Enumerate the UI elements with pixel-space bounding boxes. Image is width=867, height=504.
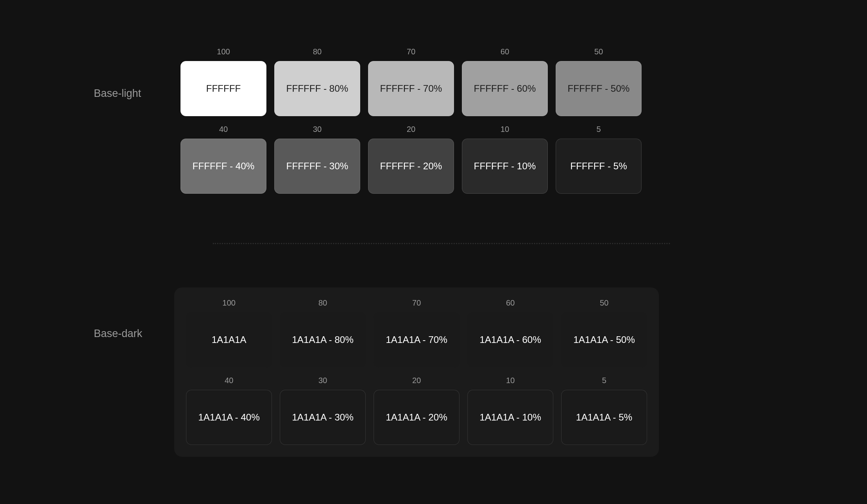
dark-swatches-container: 100 1A1A1A 80 1A1A1A - 80% 70 1A1A1A - 7… [186, 298, 647, 445]
swatch-number: 10 [500, 125, 509, 134]
swatch-group: 80 FFFFFF - 80% [274, 47, 360, 116]
color-swatch-light-10: FFFFFF - 10% [462, 139, 548, 194]
swatch-number: 10 [506, 376, 515, 385]
light-swatches-container: 100 FFFFFF 80 FFFFFF - 80% 70 FFFFFF - 7… [180, 47, 642, 194]
swatch-number: 70 [407, 47, 415, 56]
swatch-group: 40 1A1A1A - 40% [186, 376, 272, 445]
swatch-group: 30 1A1A1A - 30% [280, 376, 366, 445]
swatch-group: 20 1A1A1A - 20% [374, 376, 460, 445]
swatch-number: 100 [217, 47, 230, 56]
dark-row-1: 100 1A1A1A 80 1A1A1A - 80% 70 1A1A1A - 7… [186, 298, 647, 367]
section-divider [213, 243, 670, 244]
swatch-group: 100 1A1A1A [186, 298, 272, 367]
light-row-2: 40 FFFFFF - 40% 30 FFFFFF - 30% 20 FFFFF… [180, 125, 642, 194]
swatch-group: 5 FFFFFF - 5% [556, 125, 642, 194]
dark-panel: 100 1A1A1A 80 1A1A1A - 80% 70 1A1A1A - 7… [174, 287, 659, 457]
swatch-number: 5 [596, 125, 601, 134]
base-light-section: Base-light 100 FFFFFF 80 FFFFFF - 80% 70… [94, 47, 867, 194]
swatch-group: 10 FFFFFF - 10% [462, 125, 548, 194]
swatch-number: 80 [313, 47, 322, 56]
swatch-group: 20 FFFFFF - 20% [368, 125, 454, 194]
swatch-number: 60 [506, 298, 515, 308]
color-swatch-dark-20: 1A1A1A - 20% [374, 390, 460, 445]
color-swatch-light-5: FFFFFF - 5% [556, 139, 642, 194]
color-swatch-light-20: FFFFFF - 20% [368, 139, 454, 194]
swatch-group: 5 1A1A1A - 5% [561, 376, 647, 445]
swatch-number: 5 [602, 376, 606, 385]
color-swatch-dark-60: 1A1A1A - 60% [467, 312, 553, 367]
swatch-group: 60 FFFFFF - 60% [462, 47, 548, 116]
swatch-group: 50 1A1A1A - 50% [561, 298, 647, 367]
dark-row-2: 40 1A1A1A - 40% 30 1A1A1A - 30% 20 1A1A1… [186, 376, 647, 445]
swatch-group: 50 FFFFFF - 50% [556, 47, 642, 116]
color-swatch-dark-50: 1A1A1A - 50% [561, 312, 647, 367]
swatch-group: 10 1A1A1A - 10% [467, 376, 553, 445]
swatch-number: 40 [225, 376, 233, 385]
swatch-number: 100 [222, 298, 235, 308]
base-light-label: Base-light [94, 87, 180, 100]
swatch-group: 80 1A1A1A - 80% [280, 298, 366, 367]
swatch-number: 80 [318, 298, 327, 308]
color-swatch-dark-80: 1A1A1A - 80% [280, 312, 366, 367]
base-dark-label: Base-dark [94, 328, 180, 340]
color-swatch-dark-10: 1A1A1A - 10% [467, 390, 553, 445]
swatch-group: 100 FFFFFF [180, 47, 266, 116]
color-swatch-light-30: FFFFFF - 30% [274, 139, 360, 194]
swatch-group: 40 FFFFFF - 40% [180, 125, 266, 194]
color-swatch-light-80: FFFFFF - 80% [274, 61, 360, 116]
color-swatch-light-40: FFFFFF - 40% [180, 139, 266, 194]
swatch-number: 20 [407, 125, 415, 134]
color-swatch-light-50: FFFFFF - 50% [556, 61, 642, 116]
base-dark-section: Base-dark 100 1A1A1A 80 1A1A1A - 80% 70 … [94, 287, 867, 457]
color-swatch-dark-5: 1A1A1A - 5% [561, 390, 647, 445]
swatch-group: 30 FFFFFF - 30% [274, 125, 360, 194]
swatch-number: 40 [219, 125, 228, 134]
color-swatch-dark-100: 1A1A1A [186, 312, 272, 367]
color-swatch-dark-40: 1A1A1A - 40% [186, 390, 272, 445]
swatch-group: 70 1A1A1A - 70% [374, 298, 460, 367]
swatch-number: 60 [500, 47, 509, 56]
light-row-1: 100 FFFFFF 80 FFFFFF - 80% 70 FFFFFF - 7… [180, 47, 642, 116]
swatch-group: 60 1A1A1A - 60% [467, 298, 553, 367]
color-swatch-dark-70: 1A1A1A - 70% [374, 312, 460, 367]
color-swatch-dark-30: 1A1A1A - 30% [280, 390, 366, 445]
swatch-number: 20 [412, 376, 421, 385]
swatch-group: 70 FFFFFF - 70% [368, 47, 454, 116]
swatch-number: 70 [412, 298, 421, 308]
swatch-number: 50 [594, 47, 603, 56]
swatch-number: 30 [313, 125, 322, 134]
color-swatch-light-70: FFFFFF - 70% [368, 61, 454, 116]
color-swatch-light-60: FFFFFF - 60% [462, 61, 548, 116]
color-swatch-light-100: FFFFFF [180, 61, 266, 116]
swatch-number: 30 [318, 376, 327, 385]
swatch-number: 50 [600, 298, 608, 308]
